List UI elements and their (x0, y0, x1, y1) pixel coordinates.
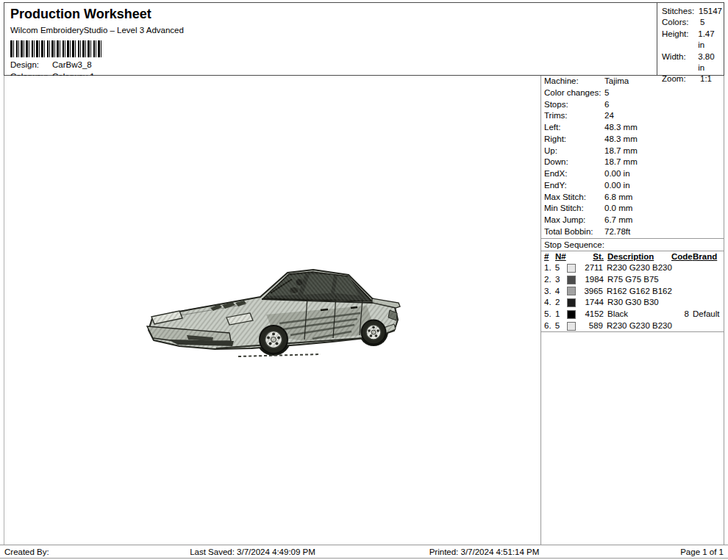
thread-brand: Default (693, 309, 724, 320)
design-barcode (10, 40, 103, 57)
stop-number: 4. (544, 297, 555, 309)
info-value: 0.00 in (604, 180, 630, 192)
col-header-code: Code (671, 251, 693, 263)
summary-value: 3.80 in (698, 51, 722, 74)
info-label: Max Stitch: (544, 192, 604, 204)
thread-color-swatch (567, 322, 576, 331)
info-value: 6.7 mm (604, 215, 632, 226)
stop-sequence-table: # N# St. Description Code Brand 1. 5 271… (541, 251, 724, 332)
stop-number: 2. (544, 274, 555, 286)
thread-description: R230 G230 B230 (607, 320, 672, 332)
machine-info-row: Color changes: 5 (541, 87, 724, 99)
summary-row: Height: 1.47 in (662, 29, 722, 51)
stop-number: 6. (544, 320, 555, 332)
summary-row: Width: 3.80 in (662, 51, 722, 74)
needle-number: 5 (555, 262, 567, 274)
info-value: 0.0 mm (604, 203, 632, 215)
machine-info-row: Down: 18.7 mm (541, 157, 724, 168)
machine-info-row: Up: 18.7 mm (541, 146, 724, 157)
stop-sequence-row: 3. 4 3965 R162 G162 B162 (544, 286, 724, 298)
info-label: Total Bobbin: (544, 226, 604, 238)
col-header-brand: Brand (693, 251, 724, 263)
needle-number: 1 (555, 309, 567, 320)
info-value: 72.78ft (604, 226, 630, 238)
thread-color-swatch (567, 276, 576, 284)
machine-info-row: EndX: 0.00 in (541, 168, 724, 180)
info-value: 6 (604, 99, 609, 111)
summary-row: Stitches: 15147 (662, 6, 722, 17)
info-label: Down: (544, 157, 604, 168)
summary-label: Colors: (662, 17, 700, 28)
app-subtitle: Wilcom EmbroideryStudio – Level 3 Advanc… (10, 25, 657, 35)
page-title: Production Worksheet (10, 6, 657, 22)
summary-label: Height: (662, 29, 698, 51)
thread-swatch-cell (567, 310, 579, 319)
machine-info-row: Stops: 6 (541, 99, 724, 111)
machine-info-row: Left: 48.3 mm (541, 122, 724, 134)
car-embroidery-design (143, 262, 402, 363)
col-header-stitches: St. (579, 251, 607, 263)
info-label: Trims: (544, 110, 604, 122)
machine-info-row: Trims: 24 (541, 110, 724, 122)
summary-label: Width: (662, 51, 698, 74)
needle-number: 5 (555, 320, 567, 332)
info-label: Max Jump: (544, 215, 604, 226)
info-label: Machine: (544, 76, 604, 87)
info-value: 18.7 mm (604, 157, 638, 168)
stitch-count: 589 (579, 320, 607, 332)
thread-swatch-cell (567, 276, 579, 284)
last-saved-text: Last Saved: 3/7/2024 4:49:09 PM (137, 548, 368, 556)
stitch-count: 1744 (579, 297, 607, 309)
header-left-box: Production Worksheet Wilcom EmbroiderySt… (4, 2, 657, 76)
stop-sequence-row: 6. 5 589 R230 G230 B230 (544, 320, 724, 332)
info-value: 6.8 mm (604, 192, 632, 204)
thread-description: Black (607, 309, 671, 320)
thread-code: 8 (671, 309, 693, 320)
col-header-description: Description (607, 251, 671, 263)
thread-swatch-cell (567, 264, 579, 273)
thread-description: R230 G230 B230 (607, 262, 672, 274)
page-number: Page 1 of 1 (600, 548, 728, 556)
col-header-needle: N# (555, 251, 567, 263)
machine-info-row: EndY: 0.00 in (541, 180, 724, 192)
stop-number: 3. (544, 286, 555, 298)
stitch-count: 1984 (579, 274, 607, 286)
design-canvas (4, 76, 540, 545)
thread-swatch-cell (567, 322, 579, 331)
summary-box: Stitches: 15147 Colors: 5 Height: 1.47 i… (657, 2, 724, 76)
info-value: 48.3 mm (604, 122, 638, 134)
thread-swatch-cell (567, 287, 579, 295)
machine-info-row: Max Jump: 6.7 mm (541, 215, 724, 226)
machine-info-row: Right: 48.3 mm (541, 134, 724, 146)
printed-text: Printed: 3/7/2024 4:51:14 PM (368, 548, 600, 556)
info-value: 24 (604, 110, 614, 122)
info-label: Left: (544, 122, 604, 134)
machine-info-panel: Machine: Tajima Color changes: 5 Stops: … (540, 76, 724, 545)
info-label: Up: (544, 146, 604, 157)
thread-description: R162 G162 B162 (607, 286, 672, 298)
thread-color-swatch (567, 287, 576, 295)
needle-number: 3 (555, 274, 567, 286)
info-label: EndY: (544, 180, 604, 192)
stop-sequence-row: 5. 1 4152 Black 8 Default (544, 309, 724, 320)
stop-number: 5. (544, 309, 555, 320)
stitch-count: 3965 (579, 286, 607, 298)
design-value: CarBw3_8 (52, 60, 92, 71)
stop-sequence-title: Stop Sequence: (541, 239, 724, 251)
info-label: Stops: (544, 99, 604, 111)
needle-number: 2 (555, 297, 567, 309)
info-value: Tajima (604, 76, 629, 87)
thread-description: R30 G30 B30 (607, 297, 671, 309)
thread-swatch-cell (567, 298, 579, 307)
summary-value: 1.47 in (698, 29, 722, 51)
info-label: Min Stitch: (544, 203, 604, 215)
col-header-num: # (544, 251, 555, 263)
summary-value: 15147 (699, 6, 722, 17)
summary-row: Colors: 5 (662, 17, 722, 28)
thread-description: R75 G75 B75 (607, 274, 671, 286)
worksheet-header: Production Worksheet Wilcom EmbroiderySt… (4, 2, 724, 76)
info-value: 18.7 mm (604, 146, 638, 157)
thread-color-swatch (567, 298, 576, 307)
panel-divider (541, 331, 724, 332)
info-value: 0.00 in (604, 168, 630, 180)
